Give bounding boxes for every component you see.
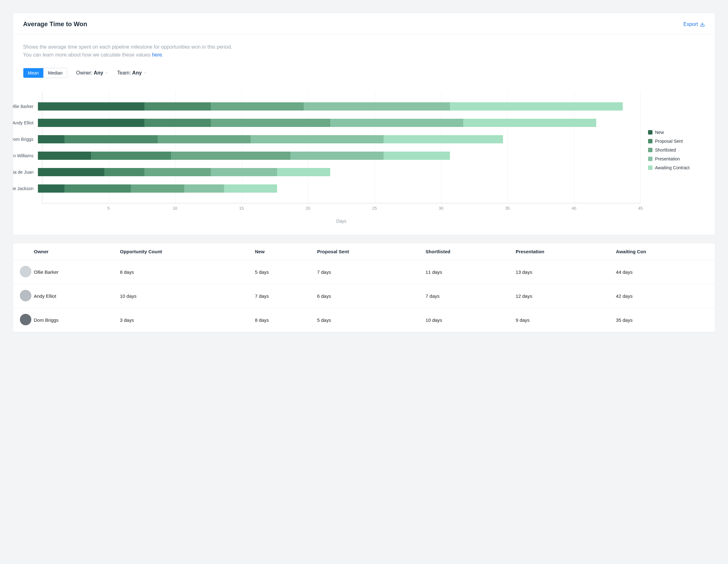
x-tick: 40 [572, 206, 576, 211]
avatar [20, 266, 31, 277]
chart-segment [158, 135, 251, 143]
chart-bar [38, 119, 636, 127]
chart-row: Dom Briggs [42, 131, 640, 148]
chart-row-label: Dom Briggs [13, 137, 38, 142]
x-tick: 30 [439, 206, 443, 211]
data-cell: 44 days [611, 260, 715, 284]
table-header: Opportunity Count [115, 243, 250, 260]
chart-segment [184, 185, 224, 193]
avatar-cell [13, 260, 31, 284]
data-cell: 9 days [511, 308, 611, 332]
card-header: Average Time to Won Export [13, 13, 715, 34]
chart-segment [38, 119, 144, 127]
controls-row: Mean Median Owner: Any Team: Any [23, 68, 705, 78]
chart-card: Average Time to Won Export Shows the ave… [13, 13, 715, 235]
chart-bar [38, 168, 636, 176]
chart-segment [131, 185, 184, 193]
chart-row-label: Andy Elliot [13, 120, 38, 125]
table-row[interactable]: Ollie Barker8 days5 days7 days11 days13 … [13, 260, 715, 284]
table-header-avatar [13, 243, 31, 260]
chart-area: Ollie BarkerAndy ElliotDom BriggsGavin W… [42, 92, 640, 224]
table-header: Awaiting Con [611, 243, 715, 260]
export-label: Export [683, 21, 698, 27]
legend-swatch [648, 139, 652, 143]
chart-row-label: Ollie Barker [13, 104, 38, 109]
data-cell: 8 days [250, 308, 312, 332]
chart-segment [330, 119, 463, 127]
chart-segment [38, 152, 91, 160]
chart-bar [38, 135, 636, 143]
table-body: Ollie Barker8 days5 days7 days11 days13 … [13, 260, 715, 332]
x-tick: 20 [306, 206, 310, 211]
chart-segment [91, 152, 171, 160]
legend-swatch [648, 148, 652, 152]
chart-bar [38, 152, 636, 160]
legend-label: Awaiting Contract [655, 165, 689, 170]
chart-segment [384, 135, 503, 143]
chart-segment [144, 102, 211, 111]
x-tick: 45 [638, 206, 643, 211]
avatar-cell [13, 284, 31, 308]
table-header: Shortlisted [421, 243, 511, 260]
data-cell: 10 days [421, 308, 511, 332]
avatar-cell [13, 308, 31, 332]
chart-segment [450, 102, 623, 111]
chart-segment [211, 168, 277, 176]
chart-row-label: Katia de Juan [13, 170, 38, 175]
x-tick: 25 [372, 206, 377, 211]
owner-filter-value: Any [94, 70, 103, 76]
x-ticks: 51015202530354045 [42, 206, 640, 212]
owner-cell: Ollie Barker [31, 260, 115, 284]
chevron-down-icon [143, 71, 147, 75]
chart-segment [277, 168, 330, 176]
chart-segment [38, 135, 64, 143]
x-tick: 5 [107, 206, 110, 211]
owner-filter[interactable]: Owner: Any [76, 70, 108, 76]
chart-bar [38, 102, 636, 111]
team-filter-label: Team: [117, 70, 131, 76]
chart-segment [171, 152, 291, 160]
chart-row-label: Gavin Williams [13, 153, 38, 158]
chart-row: Ollie Barker [42, 98, 640, 115]
table-header: Presentation [511, 243, 611, 260]
chart-segment [211, 102, 304, 111]
data-cell: 11 days [421, 260, 511, 284]
legend-swatch [648, 157, 652, 161]
chart-row: Gavin Williams [42, 148, 640, 164]
data-cell: 7 days [250, 284, 312, 308]
x-tick: 15 [239, 206, 244, 211]
chart-segment [463, 119, 596, 127]
learn-more-link[interactable]: here [152, 52, 162, 58]
owner-cell: Dom Briggs [31, 308, 115, 332]
median-button[interactable]: Median [43, 68, 67, 78]
chart-row-label: Ollie Jackson [13, 186, 38, 191]
mean-button[interactable]: Mean [23, 68, 43, 78]
chart-segment [384, 152, 450, 160]
chart-segment [38, 102, 144, 111]
table-row[interactable]: Dom Briggs3 days8 days5 days10 days9 day… [13, 308, 715, 332]
avatar [20, 314, 31, 325]
chart-segment [64, 185, 131, 193]
team-filter[interactable]: Team: Any [117, 70, 147, 76]
description-line-1: Shows the average time spent on each pip… [23, 43, 705, 51]
mean-median-toggle: Mean Median [23, 68, 67, 78]
legend-item: Proposal Sent [648, 139, 705, 144]
x-axis-label: Days [42, 219, 640, 224]
legend-item: Shortlisted [648, 148, 705, 153]
legend-label: New [655, 130, 664, 135]
chart-segment [64, 135, 157, 143]
chart-segment [144, 168, 211, 176]
table-row[interactable]: Andy Elliot10 days7 days6 days7 days12 d… [13, 284, 715, 308]
table-header: New [250, 243, 312, 260]
description: Shows the average time spent on each pip… [23, 43, 705, 59]
chart-segment [224, 185, 277, 193]
legend-item: Presentation [648, 156, 705, 161]
bars-region: Ollie BarkerAndy ElliotDom BriggsGavin W… [42, 92, 640, 203]
x-tick: 35 [505, 206, 510, 211]
chart-segment [144, 119, 211, 127]
data-cell: 12 days [511, 284, 611, 308]
data-cell: 8 days [115, 260, 250, 284]
chart-segment [251, 135, 384, 143]
table-header: Proposal Sent [312, 243, 421, 260]
export-button[interactable]: Export [683, 21, 705, 27]
